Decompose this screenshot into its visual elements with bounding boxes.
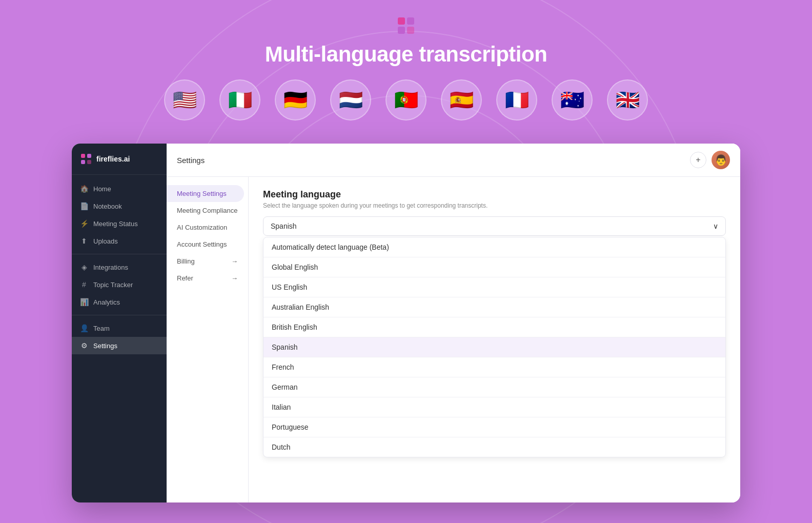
sidebar-item-integrations[interactable]: ◈ Integrations (72, 258, 167, 276)
flag-fr: 🇫🇷 (496, 79, 537, 120)
lang-option-british-english-label: British English (272, 323, 317, 331)
lang-option-dutch[interactable]: Dutch (263, 437, 725, 457)
sidebar-item-notebook[interactable]: 📄 Notebook (72, 197, 167, 215)
language-select[interactable]: Spanish ∨ (263, 216, 726, 236)
sidebar: fireflies.ai 🏠 Home 📄 Notebook ⚡ Meeting… (72, 144, 167, 502)
sidebar-item-notebook-label: Notebook (93, 203, 122, 210)
settings-nav-ai-customization[interactable]: AI Customization (167, 219, 248, 236)
settings-nav-refer[interactable]: Refer → (167, 270, 248, 287)
topic-tracker-icon: # (80, 280, 88, 289)
flag-us: 🇺🇸 (164, 79, 205, 120)
brand-name: fireflies.ai (96, 155, 130, 163)
uploads-icon: ⬆ (80, 237, 88, 245)
svg-rect-1 (407, 17, 414, 25)
sidebar-brand: fireflies.ai (72, 144, 167, 175)
sidebar-item-analytics[interactable]: 📊 Analytics (72, 293, 167, 311)
sidebar-item-uploads[interactable]: ⬆ Uploads (72, 232, 167, 250)
refer-arrow-icon: → (231, 274, 238, 282)
nav-divider-2 (72, 315, 167, 315)
team-icon: 👤 (80, 324, 88, 332)
add-button[interactable]: + (690, 152, 706, 168)
svg-rect-5 (87, 154, 91, 158)
flag-pt: 🇵🇹 (385, 79, 427, 120)
meeting-status-icon: ⚡ (80, 219, 88, 228)
flag-au: 🇦🇺 (552, 79, 593, 120)
flag-it: 🇮🇹 (219, 79, 260, 120)
flag-es: 🇪🇸 (441, 79, 482, 120)
user-avatar[interactable]: 👨 (712, 151, 730, 169)
lang-option-australian-english-label: Australian English (272, 303, 329, 311)
sidebar-item-home[interactable]: 🏠 Home (72, 180, 167, 197)
analytics-icon: 📊 (80, 298, 88, 306)
billing-arrow-icon: → (231, 257, 238, 265)
lang-option-spanish[interactable]: Spanish (263, 337, 725, 357)
lang-option-italian-label: Italian (272, 403, 291, 411)
settings-nav-account-settings[interactable]: Account Settings (167, 236, 248, 253)
settings-nav-billing[interactable]: Billing → (167, 253, 248, 270)
nav-divider-1 (72, 254, 167, 254)
lang-option-german[interactable]: German (263, 377, 725, 397)
flag-gb: 🇬🇧 (607, 79, 648, 120)
svg-rect-7 (87, 160, 91, 164)
svg-rect-6 (81, 160, 85, 164)
refer-label: Refer (177, 274, 193, 282)
meeting-language-title: Meeting language (263, 189, 726, 200)
svg-rect-4 (81, 154, 85, 158)
lang-option-portuguese[interactable]: Portuguese (263, 417, 725, 437)
lang-option-italian[interactable]: Italian (263, 397, 725, 417)
page-title: Settings (177, 156, 205, 165)
sidebar-item-meeting-status[interactable]: ⚡ Meeting Status (72, 215, 167, 232)
account-settings-label: Account Settings (177, 240, 227, 248)
lang-option-us-english-label: US English (272, 283, 307, 291)
lang-option-british-english[interactable]: British English (263, 317, 725, 337)
lang-option-french-label: French (272, 363, 294, 371)
top-bar: Settings + 👨 (167, 144, 740, 177)
header: Multi-language transcription (0, 15, 812, 67)
flag-nl: 🇳🇱 (330, 79, 371, 120)
svg-rect-3 (407, 27, 414, 34)
billing-label: Billing (177, 257, 195, 265)
integrations-icon: ◈ (80, 263, 88, 271)
top-bar-actions: + 👨 (690, 151, 730, 169)
sidebar-item-integrations-label: Integrations (93, 264, 128, 271)
meeting-compliance-label: Meeting Compliance (177, 207, 238, 214)
sidebar-item-topic-tracker[interactable]: # Topic Tracker (72, 276, 167, 293)
sidebar-item-topic-tracker-label: Topic Tracker (93, 281, 133, 289)
settings-nav-meeting-compliance[interactable]: Meeting Compliance (167, 202, 248, 219)
lang-option-portuguese-label: Portuguese (272, 423, 309, 431)
sidebar-item-team-label: Team (93, 325, 110, 332)
lang-option-global-english-label: Global English (272, 263, 318, 271)
lang-option-french[interactable]: French (263, 357, 725, 377)
lang-option-auto-label: Automatically detect language (Beta) (272, 243, 389, 251)
lang-option-global-english[interactable]: Global English (263, 257, 725, 277)
main-content: Settings + 👨 Meeting Settings Meeting Co… (167, 144, 740, 502)
language-selected-value: Spanish (271, 222, 297, 230)
sidebar-item-uploads-label: Uploads (93, 237, 118, 245)
home-icon: 🏠 (80, 185, 88, 193)
lang-option-australian-english[interactable]: Australian English (263, 297, 725, 317)
svg-rect-0 (398, 17, 405, 25)
app-window: fireflies.ai 🏠 Home 📄 Notebook ⚡ Meeting… (72, 144, 740, 502)
lang-option-german-label: German (272, 383, 298, 391)
sidebar-item-home-label: Home (93, 185, 111, 193)
lang-option-auto[interactable]: Automatically detect language (Beta) (263, 237, 725, 257)
svg-rect-2 (398, 27, 405, 34)
app-logo-icon (396, 15, 416, 36)
settings-nav-meeting-settings[interactable]: Meeting Settings (167, 185, 244, 202)
lang-option-dutch-label: Dutch (272, 443, 291, 451)
meeting-language-desc: Select the language spoken during your m… (263, 202, 726, 209)
notebook-icon: 📄 (80, 202, 88, 210)
flag-de: 🇩🇪 (275, 79, 316, 120)
sidebar-nav: 🏠 Home 📄 Notebook ⚡ Meeting Status ⬆ Upl… (72, 175, 167, 502)
settings-nav: Meeting Settings Meeting Compliance AI C… (167, 177, 249, 502)
settings-content: Meeting language Select the language spo… (249, 177, 740, 502)
meeting-settings-label: Meeting Settings (177, 190, 227, 197)
sidebar-item-settings-label: Settings (93, 342, 117, 350)
settings-layout: Meeting Settings Meeting Compliance AI C… (167, 177, 740, 502)
sidebar-item-settings[interactable]: ⚙ Settings (72, 337, 167, 354)
lang-option-us-english[interactable]: US English (263, 277, 725, 297)
language-dropdown: Automatically detect language (Beta) Glo… (263, 237, 726, 457)
brand-logo (80, 153, 92, 165)
sidebar-item-analytics-label: Analytics (93, 298, 120, 306)
sidebar-item-team[interactable]: 👤 Team (72, 319, 167, 337)
